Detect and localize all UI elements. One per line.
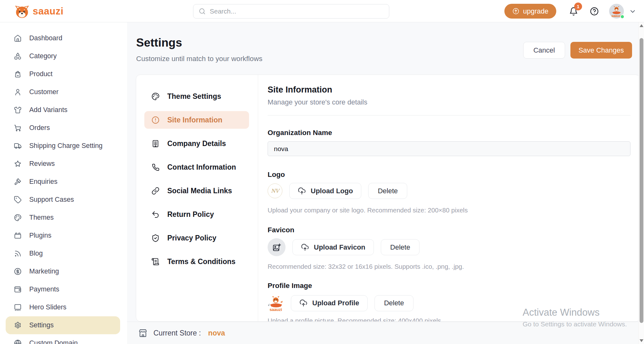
notification-badge: 1 <box>574 3 582 10</box>
sidebar-item-add-variants[interactable]: Add Variants <box>6 101 120 119</box>
upgrade-button[interactable]: upgrade <box>504 4 556 19</box>
current-store-value: nova <box>208 329 225 337</box>
rss-icon <box>14 250 22 257</box>
delete-favicon-button[interactable]: Delete <box>381 239 420 255</box>
upload-favicon-button[interactable]: Upload Favicon <box>292 239 374 255</box>
upload-logo-button[interactable]: Upload Logo <box>289 183 361 199</box>
sidebar-item-category[interactable]: Category <box>6 47 120 65</box>
tab-privacy-policy[interactable]: Privacy Policy <box>144 229 249 247</box>
sidebar-item-custom-domain[interactable]: Custom Domain <box>6 334 120 344</box>
tab-contact-information[interactable]: Contact Information <box>144 158 249 176</box>
sidebar-item-product[interactable]: Product <box>6 65 120 83</box>
palette-icon <box>151 92 160 101</box>
panel-subtitle: Manage your store's core details <box>268 98 630 106</box>
undo-icon <box>151 210 160 219</box>
sidebar-item-hero-sliders[interactable]: Hero Sliders <box>6 298 120 316</box>
logo-hint: Upload your company or site logo. Recomm… <box>268 206 630 214</box>
upgrade-label: upgrade <box>523 7 548 15</box>
upload-profile-button[interactable]: Upload Profile <box>291 295 368 311</box>
online-status-dot <box>620 14 625 19</box>
organization-name-input[interactable] <box>268 141 630 156</box>
current-store-label: Current Store : <box>153 329 201 337</box>
scrollbar-down-arrow[interactable] <box>640 339 643 342</box>
page-subtitle: Customize until match to your workflows <box>136 55 262 63</box>
shopping-bag-icon <box>14 70 22 78</box>
palette-icon <box>14 214 22 222</box>
upload-cloud-icon <box>298 187 306 195</box>
notifications-button[interactable]: 1 <box>569 6 578 16</box>
svg-text:saauzi: saauzi <box>269 307 282 312</box>
settings-tabs: Theme Settings Site Information Company … <box>136 75 258 321</box>
brick-icon <box>14 232 22 240</box>
brand-name: saauzi <box>33 6 64 17</box>
sidebar-item-marketing[interactable]: Marketing <box>6 262 120 280</box>
dollar-icon <box>14 268 22 275</box>
sidebar-item-support-cases[interactable]: Support Cases <box>6 191 120 209</box>
shield-icon <box>151 234 160 242</box>
tab-return-policy[interactable]: Return Policy <box>144 206 249 223</box>
sidebar-item-blog[interactable]: Blog <box>6 245 120 262</box>
help-button[interactable] <box>590 7 599 16</box>
brand-logo-block[interactable]: saauzi <box>14 0 64 22</box>
star-icon <box>14 160 22 168</box>
divider <box>268 115 630 116</box>
shapes-icon <box>14 52 22 60</box>
user-avatar[interactable]: saauzi <box>609 4 624 19</box>
delete-profile-button[interactable]: Delete <box>375 295 414 311</box>
image-plus-icon <box>272 243 281 252</box>
shirt-icon <box>14 106 22 114</box>
delete-logo-button[interactable]: Delete <box>368 183 407 199</box>
sidebar-item-reviews[interactable]: Reviews <box>6 155 120 173</box>
wallet-icon <box>14 285 22 293</box>
search-input[interactable] <box>210 8 384 15</box>
upgrade-arrow-icon <box>512 8 519 15</box>
tab-company-details[interactable]: Company Details <box>144 135 249 152</box>
scrollbar-up-arrow[interactable] <box>640 24 643 27</box>
scrollbar-thumb[interactable] <box>640 38 643 323</box>
sidebar-nav: Dashboard Category Product Customer Add … <box>0 22 127 344</box>
tab-theme-settings[interactable]: Theme Settings <box>144 87 249 105</box>
tab-social-media-links[interactable]: Social Media Links <box>144 182 249 200</box>
scroll-icon <box>151 257 160 266</box>
sidebar-item-dashboard[interactable]: Dashboard <box>6 29 120 47</box>
tab-site-information[interactable]: Site Information <box>144 111 249 129</box>
tab-terms-conditions[interactable]: Terms & Conditions <box>144 253 249 270</box>
cart-icon <box>14 124 22 132</box>
phone-icon <box>151 163 160 172</box>
logo-label: Logo <box>268 171 630 179</box>
current-store-bar: Current Store : nova <box>127 322 644 344</box>
user-icon <box>14 88 22 96</box>
alert-icon <box>151 116 160 124</box>
saauzi-mascot-icon <box>14 4 30 19</box>
home-icon <box>14 34 22 42</box>
sidebar-item-enquiries[interactable]: Enquiries <box>6 173 120 191</box>
sidebar-item-shipping-charge-setting[interactable]: Shipping Charge Setting <box>6 137 120 155</box>
sidebar-item-orders[interactable]: Orders <box>6 119 120 137</box>
site-information-panel: Site Information Manage your store's cor… <box>258 75 640 321</box>
favicon-preview <box>268 238 286 256</box>
favicon-label: Favicon <box>268 226 630 234</box>
save-changes-button[interactable]: Save Changes <box>570 42 632 59</box>
favicon-hint: Recommended size: 32x32 or 16x16 pixels.… <box>268 263 630 270</box>
sidebar-scrollbar[interactable] <box>638 22 644 344</box>
sidebar-item-settings[interactable]: Settings <box>6 316 120 334</box>
link-icon <box>151 187 160 195</box>
sidebar-item-plugins[interactable]: Plugins <box>6 227 120 245</box>
chevron-down-icon[interactable] <box>629 8 636 15</box>
sidebar-item-customer[interactable]: Customer <box>6 83 120 101</box>
upload-cloud-icon <box>299 299 308 307</box>
cancel-button[interactable]: Cancel <box>523 42 565 59</box>
page-title: Settings <box>136 36 182 49</box>
logo-preview: NV <box>268 183 282 198</box>
sidebar: Dashboard Category Product Customer Add … <box>0 22 127 344</box>
sidebar-item-payments[interactable]: Payments <box>6 280 120 298</box>
sidebar-item-themes[interactable]: Themes <box>6 209 120 227</box>
profile-image-preview: saauzi <box>268 294 284 312</box>
gavel-icon <box>14 178 22 186</box>
profile-hint: Upload a profile picture. Recommended si… <box>268 317 630 321</box>
upload-cloud-icon <box>301 243 309 251</box>
global-search[interactable] <box>193 4 389 19</box>
top-header: saauzi upgrade 1 saauzi <box>0 0 644 22</box>
slider-icon <box>14 303 22 311</box>
settings-card: Theme Settings Site Information Company … <box>136 75 640 322</box>
